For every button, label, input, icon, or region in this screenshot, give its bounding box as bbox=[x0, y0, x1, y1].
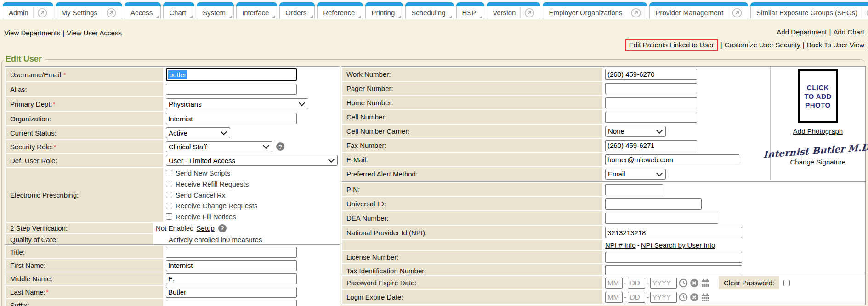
license-number-input[interactable] bbox=[605, 252, 742, 263]
receive-refill-requests-checkbox[interactable] bbox=[166, 181, 172, 187]
receive-change-requests-checkbox[interactable] bbox=[166, 203, 172, 209]
license-number-label: License Number: bbox=[342, 251, 602, 263]
popout-arrow-icon[interactable] bbox=[106, 8, 116, 18]
last-name-input[interactable] bbox=[166, 287, 297, 298]
view-departments-link[interactable]: View Departments bbox=[4, 29, 60, 37]
chevron-down-icon bbox=[656, 170, 663, 176]
dropdown-fold-icon bbox=[156, 15, 159, 18]
popout-arrow-icon[interactable] bbox=[732, 8, 742, 18]
tab-printing[interactable]: Printing bbox=[365, 2, 403, 19]
receive-refill-requests-option[interactable]: Receive Refill Requests bbox=[166, 179, 249, 190]
npi-search-link[interactable]: NPI Search by User Info bbox=[641, 241, 715, 249]
universal-id-input[interactable] bbox=[605, 198, 702, 210]
tab-divider bbox=[728, 7, 728, 18]
two-step-setup-link[interactable]: Setup bbox=[197, 224, 215, 232]
organization-input[interactable] bbox=[166, 113, 297, 124]
tab-interface[interactable]: Interface bbox=[236, 2, 277, 19]
last-name-label: Last Name:* bbox=[6, 286, 163, 298]
login-expire-year-input[interactable] bbox=[650, 292, 677, 303]
clock-icon[interactable] bbox=[679, 293, 688, 302]
receive-fill-notices-checkbox[interactable] bbox=[166, 213, 172, 220]
dea-number-input[interactable] bbox=[605, 213, 718, 224]
dropdown-fold-icon bbox=[358, 15, 361, 18]
popout-arrow-icon[interactable] bbox=[631, 8, 641, 18]
customize-user-security-link[interactable]: Customize User Security bbox=[725, 40, 800, 50]
help-icon[interactable]: ? bbox=[218, 224, 227, 232]
tab-similar-exposure-groups[interactable]: Similar Exposure Groups (SEGs) bbox=[750, 2, 868, 19]
password-expire-label: Password Expire Date: bbox=[342, 276, 602, 289]
calendar-icon[interactable] bbox=[701, 278, 710, 288]
username-input[interactable]: butler bbox=[166, 68, 297, 81]
tab-version[interactable]: Version bbox=[487, 2, 540, 19]
send-cancel-rx-option[interactable]: Send Cancel Rx bbox=[166, 189, 225, 200]
receive-change-requests-option[interactable]: Receive Change Requests bbox=[166, 200, 257, 211]
middle-name-row: Middle Name: bbox=[6, 272, 339, 285]
add-photograph-link[interactable]: Add Photograph bbox=[793, 127, 843, 135]
login-expire-day-input[interactable] bbox=[628, 292, 645, 303]
send-new-scripts-option[interactable]: Send New Scripts bbox=[166, 168, 230, 179]
middle-name-input[interactable] bbox=[166, 273, 297, 284]
back-to-user-view-link[interactable]: Back To User View bbox=[807, 40, 864, 50]
cell-number-input[interactable] bbox=[605, 112, 697, 123]
clear-date-icon[interactable] bbox=[690, 278, 699, 288]
popout-arrow-icon[interactable] bbox=[866, 8, 868, 18]
title-input[interactable] bbox=[166, 247, 297, 258]
pager-number-input[interactable] bbox=[605, 83, 697, 94]
npi-input[interactable] bbox=[605, 227, 742, 238]
photo-signature-panel: CLICK TO ADD PHOTO Add Photograph Intern… bbox=[770, 67, 865, 180]
tab-scheduling[interactable]: Scheduling bbox=[405, 2, 454, 19]
organization-row: Organization: bbox=[6, 112, 339, 125]
clear-password-checkbox[interactable] bbox=[783, 280, 790, 286]
login-expire-month-input[interactable] bbox=[605, 292, 623, 303]
first-name-input[interactable] bbox=[166, 260, 297, 271]
clock-icon[interactable] bbox=[679, 278, 688, 288]
fax-number-input[interactable] bbox=[605, 140, 697, 151]
receive-fill-notices-option[interactable]: Receive Fill Notices bbox=[166, 211, 236, 222]
current-status-select[interactable]: Active bbox=[166, 127, 230, 138]
change-signature-link[interactable]: Change Signature bbox=[790, 158, 846, 166]
add-photo-placeholder[interactable]: CLICK TO ADD PHOTO bbox=[798, 69, 838, 123]
tab-employer-organizations[interactable]: Employer Organizations bbox=[543, 2, 647, 19]
npi-info-link[interactable]: NPI # Info bbox=[605, 241, 636, 249]
add-department-link[interactable]: Add Department bbox=[777, 28, 827, 36]
calendar-icon[interactable] bbox=[701, 293, 710, 302]
send-new-scripts-checkbox[interactable] bbox=[166, 170, 172, 176]
password-expire-month-input[interactable] bbox=[605, 278, 623, 289]
password-expire-year-input[interactable] bbox=[650, 278, 677, 289]
view-user-access-link[interactable]: View User Access bbox=[67, 29, 122, 37]
tab-my-settings[interactable]: My Settings bbox=[56, 2, 122, 19]
quality-of-care-link[interactable]: Quality of Care bbox=[10, 236, 56, 244]
popout-arrow-icon[interactable] bbox=[37, 8, 47, 18]
tab-orders[interactable]: Orders bbox=[279, 2, 315, 19]
tab-admin[interactable]: Admin bbox=[3, 2, 53, 19]
security-role-select[interactable]: Clinical Staff bbox=[166, 141, 272, 152]
selected-option: None bbox=[608, 127, 624, 135]
alert-method-select[interactable]: Email bbox=[605, 169, 666, 180]
alias-input[interactable] bbox=[166, 84, 297, 95]
primary-dept-select[interactable]: Physicians bbox=[166, 98, 308, 109]
fax-number-label: Fax Number: bbox=[342, 139, 602, 152]
clear-date-icon[interactable] bbox=[690, 293, 699, 302]
home-number-input[interactable] bbox=[605, 97, 697, 108]
tab-chart[interactable]: Chart bbox=[163, 2, 194, 19]
pin-input[interactable] bbox=[605, 184, 663, 195]
password-expire-day-input[interactable] bbox=[628, 278, 645, 289]
tab-reference[interactable]: Reference bbox=[317, 2, 363, 19]
suffix-input[interactable] bbox=[166, 300, 297, 306]
cell-carrier-select[interactable]: None bbox=[605, 126, 666, 137]
work-number-input[interactable] bbox=[605, 69, 697, 80]
edit-patients-linked-link[interactable]: Edit Patients Linked to User bbox=[629, 41, 714, 49]
tab-divider bbox=[33, 7, 34, 18]
tab-access[interactable]: Access bbox=[125, 2, 161, 19]
popout-arrow-icon[interactable] bbox=[524, 8, 534, 18]
alias-row: Alias: bbox=[6, 82, 339, 96]
npi-row: National Provider Id (NPI): bbox=[342, 226, 864, 239]
send-cancel-rx-checkbox[interactable] bbox=[166, 192, 172, 198]
add-chart-link[interactable]: Add Chart bbox=[833, 28, 864, 36]
tab-system[interactable]: System bbox=[197, 2, 234, 19]
tab-provider-management[interactable]: Provider Management bbox=[649, 2, 748, 19]
def-user-role-select[interactable]: User - Limited Access bbox=[166, 155, 338, 166]
email-field[interactable] bbox=[605, 154, 739, 165]
tab-hsp[interactable]: HSP bbox=[456, 2, 485, 19]
help-icon[interactable]: ? bbox=[276, 142, 284, 151]
